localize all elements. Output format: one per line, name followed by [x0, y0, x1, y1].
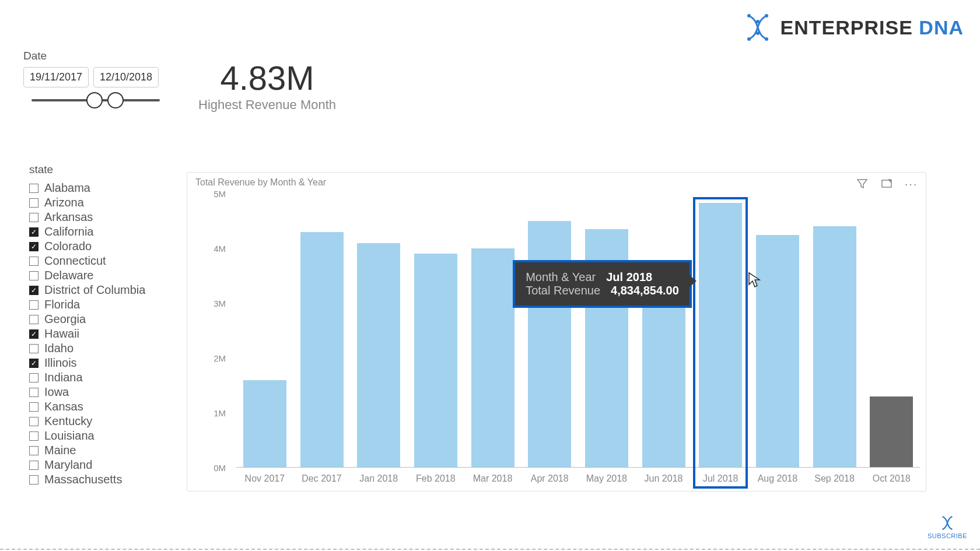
bar[interactable]	[528, 221, 571, 468]
state-item-maine[interactable]: Maine	[29, 443, 169, 458]
state-item-label: Idaho	[44, 342, 74, 355]
filter-icon[interactable]	[856, 177, 869, 190]
checkbox-icon[interactable]: ✓	[29, 286, 38, 295]
checkbox-icon[interactable]	[29, 271, 38, 280]
chart-tooltip: Month & Year Jul 2018 Total Revenue 4,83…	[513, 260, 692, 308]
tooltip-label-1: Month & Year	[526, 271, 596, 284]
state-item-arkansas[interactable]: Arkansas	[29, 210, 169, 224]
slider-handle-left[interactable]	[86, 92, 103, 108]
state-item-louisiana[interactable]: Louisiana	[29, 429, 169, 443]
checkbox-icon[interactable]	[29, 300, 38, 310]
dna-icon	[743, 13, 772, 42]
checkbox-icon[interactable]	[29, 431, 38, 441]
subscribe-badge[interactable]: SUBSCRIBE	[928, 515, 967, 539]
state-item-idaho[interactable]: Idaho	[29, 341, 169, 356]
state-item-kansas[interactable]: Kansas	[29, 399, 169, 414]
checkbox-icon[interactable]	[29, 373, 38, 382]
state-item-label: Arkansas	[44, 210, 93, 224]
state-item-kentucky[interactable]: Kentucky	[29, 414, 169, 429]
checkbox-icon[interactable]	[29, 257, 38, 266]
state-slicer-title: state	[29, 163, 169, 176]
state-item-label: Maryland	[44, 458, 92, 472]
bar[interactable]	[357, 243, 400, 468]
checkbox-icon[interactable]: ✓	[29, 359, 38, 368]
bar-column[interactable]	[407, 194, 464, 468]
more-options-icon[interactable]: ···	[905, 177, 918, 190]
state-item-delaware[interactable]: Delaware	[29, 268, 169, 283]
x-tick-label: Apr 2018	[521, 473, 578, 484]
state-item-colorado[interactable]: ✓Colorado	[29, 239, 169, 254]
x-tick-label: Dec 2017	[293, 473, 351, 484]
slider-handle-right[interactable]	[107, 92, 124, 108]
y-tick-label: 1M	[206, 408, 226, 418]
date-from-input[interactable]: 19/11/2017	[23, 67, 89, 87]
state-item-label: Delaware	[44, 269, 93, 282]
brand-text: ENTERPRISE DNA	[780, 16, 964, 39]
bar-column[interactable]	[635, 194, 692, 468]
state-item-arizona[interactable]: Arizona	[29, 195, 169, 210]
bar-column[interactable]	[806, 194, 863, 468]
state-item-iowa[interactable]: Iowa	[29, 385, 169, 399]
state-item-illinois[interactable]: ✓Illinois	[29, 356, 169, 370]
state-item-florida[interactable]: Florida	[29, 297, 169, 312]
state-item-alabama[interactable]: Alabama	[29, 181, 169, 195]
dna-small-icon	[939, 515, 956, 531]
revenue-chart-visual[interactable]: Total Revenue by Month & Year ··· 0M1M2M…	[187, 172, 926, 492]
state-item-label: Indiana	[44, 371, 83, 384]
bar-column[interactable]	[692, 194, 749, 468]
x-tick-label: Jun 2018	[635, 473, 692, 484]
checkbox-icon[interactable]: ✓	[29, 227, 38, 237]
checkbox-icon[interactable]	[29, 417, 38, 426]
date-to-input[interactable]: 12/10/2018	[93, 67, 159, 87]
state-item-label: California	[44, 225, 93, 238]
bar-column[interactable]	[236, 194, 293, 468]
bar[interactable]	[699, 203, 742, 468]
date-slicer[interactable]: Date 19/11/2017 12/10/2018	[23, 50, 163, 108]
bar[interactable]	[471, 248, 514, 468]
focus-mode-icon[interactable]	[880, 177, 893, 190]
checkbox-icon[interactable]	[29, 184, 38, 193]
bar[interactable]	[756, 235, 799, 468]
bar[interactable]	[813, 226, 856, 468]
state-item-label: Alabama	[44, 181, 90, 195]
bar[interactable]	[414, 254, 457, 468]
state-item-indiana[interactable]: Indiana	[29, 370, 169, 385]
checkbox-icon[interactable]	[29, 402, 38, 412]
bar-column[interactable]	[293, 194, 351, 468]
bar-column[interactable]	[578, 194, 635, 468]
state-slicer[interactable]: state AlabamaArizonaArkansas✓California✓…	[29, 163, 169, 487]
state-item-georgia[interactable]: Georgia	[29, 312, 169, 327]
state-item-california[interactable]: ✓California	[29, 224, 169, 239]
y-tick-label: 3M	[206, 299, 226, 308]
checkbox-icon[interactable]	[29, 446, 38, 455]
checkbox-icon[interactable]	[29, 198, 38, 208]
checkbox-icon[interactable]	[29, 213, 38, 222]
checkbox-icon[interactable]	[29, 315, 38, 324]
bar-column[interactable]	[521, 194, 578, 468]
bar-column[interactable]	[464, 194, 522, 468]
svg-point-3	[756, 31, 760, 35]
state-item-connecticut[interactable]: Connecticut	[29, 254, 169, 268]
checkbox-icon[interactable]: ✓	[29, 242, 38, 251]
bar[interactable]	[870, 396, 913, 468]
checkbox-icon[interactable]	[29, 461, 38, 470]
checkbox-icon[interactable]: ✓	[29, 329, 38, 339]
bar-column[interactable]	[350, 194, 407, 468]
bar-column[interactable]	[749, 194, 806, 468]
checkbox-icon[interactable]	[29, 475, 38, 485]
svg-point-2	[756, 20, 760, 23]
checkbox-icon[interactable]	[29, 388, 38, 397]
state-item-label: Kansas	[44, 400, 83, 413]
state-item-maryland[interactable]: Maryland	[29, 458, 169, 472]
checkbox-icon[interactable]	[29, 344, 38, 353]
bar[interactable]	[243, 380, 286, 468]
x-tick-label: Jan 2018	[350, 473, 407, 484]
state-item-hawaii[interactable]: ✓Hawaii	[29, 327, 169, 341]
tooltip-value-2: 4,834,854.00	[611, 284, 679, 297]
date-range-slider[interactable]	[32, 92, 160, 108]
state-item-district-of-columbia[interactable]: ✓District of Columbia	[29, 283, 169, 297]
bar[interactable]	[300, 232, 344, 468]
bar-column[interactable]	[863, 194, 920, 468]
svg-point-5	[765, 37, 768, 41]
state-item-massachusetts[interactable]: Massachusetts	[29, 472, 169, 487]
